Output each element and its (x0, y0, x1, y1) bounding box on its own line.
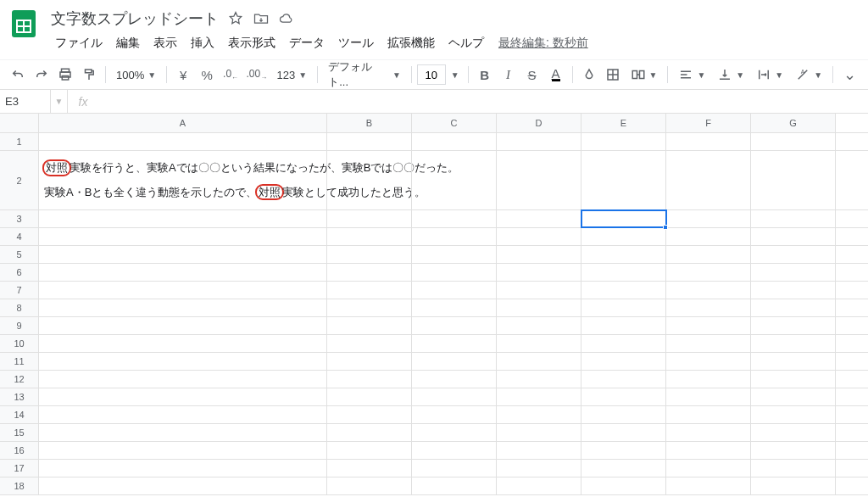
cell-A17[interactable] (39, 460, 327, 477)
menu-view[interactable]: 表示 (147, 32, 183, 54)
cell-B4[interactable] (327, 228, 412, 245)
cell-F10[interactable] (666, 335, 751, 352)
cell-D5[interactable] (497, 246, 581, 263)
cell-E3[interactable] (581, 210, 666, 227)
cell-C15[interactable] (412, 424, 497, 441)
cell-D13[interactable] (497, 388, 581, 405)
rotate-icon[interactable]: A▼ (790, 64, 827, 86)
cell-B14[interactable] (327, 406, 412, 423)
cell-F9[interactable] (666, 317, 751, 334)
menu-edit[interactable]: 編集 (110, 32, 146, 54)
cell-C10[interactable] (412, 335, 497, 352)
menu-tools[interactable]: ツール (332, 32, 380, 54)
cell-E15[interactable] (581, 424, 666, 441)
cell-G15[interactable] (751, 424, 836, 441)
cell-G18[interactable] (751, 477, 836, 494)
col-header-C[interactable]: C (412, 114, 497, 132)
cell-A14[interactable] (39, 406, 327, 423)
row-header-15[interactable]: 15 (0, 424, 39, 441)
cell-B6[interactable] (327, 264, 412, 281)
formula-input[interactable] (98, 90, 868, 113)
row-header-10[interactable]: 10 (0, 335, 39, 352)
v-align-icon[interactable]: ▼ (712, 64, 749, 86)
strike-button[interactable]: S (521, 64, 543, 86)
bold-button[interactable]: B (474, 64, 496, 86)
cell-A2[interactable]: 対照実験を行うと、実験Aでは〇〇という結果になったが、実験Bでは〇〇だった。実験… (39, 151, 327, 209)
cell-E18[interactable] (581, 477, 666, 494)
redo-icon[interactable] (31, 64, 53, 86)
borders-icon[interactable] (602, 64, 624, 86)
cell-B9[interactable] (327, 317, 412, 334)
cell-D9[interactable] (497, 317, 581, 334)
merge-icon[interactable]: ▼ (626, 64, 663, 86)
cell-F3[interactable] (666, 210, 751, 227)
row-header-12[interactable]: 12 (0, 371, 39, 388)
cell-A9[interactable] (39, 317, 327, 334)
row-header-6[interactable]: 6 (0, 264, 39, 281)
menu-insert[interactable]: 挿入 (185, 32, 220, 54)
cell-F17[interactable] (666, 460, 751, 477)
last-edit-link[interactable]: 最終編集: 数秒前 (498, 36, 588, 51)
cell-F6[interactable] (666, 264, 751, 281)
cloud-icon[interactable] (278, 10, 295, 27)
cell-G1[interactable] (751, 133, 836, 150)
cell-B11[interactable] (327, 353, 412, 370)
row-header-4[interactable]: 4 (0, 228, 39, 245)
cell-E11[interactable] (581, 353, 666, 370)
cell-D1[interactable] (497, 133, 581, 150)
cell-B15[interactable] (327, 424, 412, 441)
cell-D18[interactable] (497, 477, 581, 494)
cell-A13[interactable] (39, 388, 327, 405)
cell-D12[interactable] (497, 371, 581, 388)
cell-G8[interactable] (751, 299, 836, 316)
cell-A1[interactable] (39, 133, 327, 150)
h-align-icon[interactable]: ▼ (673, 64, 710, 86)
cell-E6[interactable] (581, 264, 666, 281)
row-header-18[interactable]: 18 (0, 477, 39, 494)
cell-D3[interactable] (497, 210, 581, 227)
cell-D10[interactable] (497, 335, 581, 352)
cell-D8[interactable] (497, 299, 581, 316)
cell-B1[interactable] (327, 133, 412, 150)
cell-E17[interactable] (581, 460, 666, 477)
cell-A16[interactable] (39, 442, 327, 459)
decrease-decimal-button[interactable]: .0← (220, 64, 242, 86)
cell-C4[interactable] (412, 228, 497, 245)
cell-E1[interactable] (581, 133, 666, 150)
col-header-D[interactable]: D (497, 114, 581, 132)
cell-C6[interactable] (412, 264, 497, 281)
cell-G13[interactable] (751, 388, 836, 405)
cell-A4[interactable] (39, 228, 327, 245)
name-box-dropdown-icon[interactable]: ▼ (51, 90, 68, 113)
cell-E4[interactable] (581, 228, 666, 245)
cell-D2[interactable] (497, 151, 581, 209)
cell-C11[interactable] (412, 353, 497, 370)
cell-C18[interactable] (412, 477, 497, 494)
fill-handle[interactable] (663, 225, 668, 230)
cell-G17[interactable] (751, 460, 836, 477)
col-header-G[interactable]: G (751, 114, 836, 132)
cell-E13[interactable] (581, 388, 666, 405)
cell-B13[interactable] (327, 388, 412, 405)
cell-C3[interactable] (412, 210, 497, 227)
cell-E14[interactable] (581, 406, 666, 423)
row-header-13[interactable]: 13 (0, 388, 39, 405)
cell-E16[interactable] (581, 442, 666, 459)
cell-F15[interactable] (666, 424, 751, 441)
col-header-B[interactable]: B (327, 114, 412, 132)
cell-A18[interactable] (39, 477, 327, 494)
cell-C8[interactable] (412, 299, 497, 316)
cell-F7[interactable] (666, 282, 751, 299)
cell-G5[interactable] (751, 246, 836, 263)
cell-C1[interactable] (412, 133, 497, 150)
zoom-select[interactable]: 100%▼ (111, 64, 161, 86)
paint-format-icon[interactable] (78, 64, 100, 86)
cell-B12[interactable] (327, 371, 412, 388)
cell-C17[interactable] (412, 460, 497, 477)
cell-C9[interactable] (412, 317, 497, 334)
menu-file[interactable]: ファイル (49, 32, 108, 54)
cell-B7[interactable] (327, 282, 412, 299)
cell-A5[interactable] (39, 246, 327, 263)
cell-A7[interactable] (39, 282, 327, 299)
cell-F14[interactable] (666, 406, 751, 423)
